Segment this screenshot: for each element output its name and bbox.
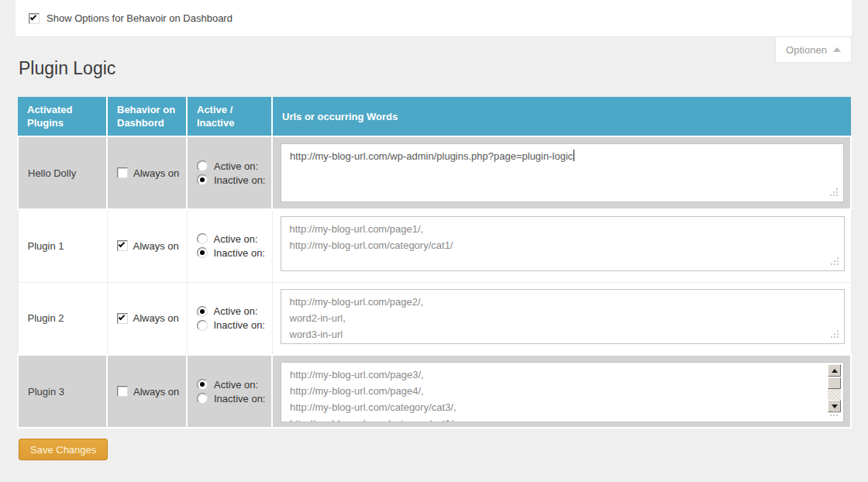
urls-textarea[interactable]: http://my-blog-url.com/page3/,http://my-… xyxy=(281,362,844,422)
resize-handle-icon[interactable] xyxy=(830,408,832,410)
resize-handle-icon[interactable] xyxy=(831,330,832,332)
inactive-on-radio[interactable] xyxy=(197,320,208,331)
active-on-label: Active on: xyxy=(214,379,258,391)
page-title: Plugin Logic xyxy=(19,57,115,80)
urls-text: http://my-blog-url.com/page1/,http://my-… xyxy=(290,221,825,253)
always-on-checkbox[interactable] xyxy=(117,240,128,251)
radio-dot xyxy=(200,382,205,387)
urls-text: http://my-blog-url.com/wp-admin/plugins.… xyxy=(290,148,825,164)
table-row: Plugin 1 Always on Active on: xyxy=(18,209,851,282)
active-on-label: Active on: xyxy=(214,305,258,317)
scrollbar[interactable] xyxy=(828,364,841,412)
options-tab[interactable]: Optionen xyxy=(775,37,852,63)
table-row: Plugin 3 Always on Active on: xyxy=(18,355,851,428)
scrollbar-up-button[interactable] xyxy=(828,364,841,377)
text-caret xyxy=(574,150,574,161)
active-on-radio[interactable] xyxy=(197,379,208,390)
always-on-checkbox[interactable] xyxy=(117,386,128,397)
plugin-name: Plugin 1 xyxy=(28,240,64,252)
scrollbar-track[interactable] xyxy=(828,389,841,400)
plugin-name: Plugin 3 xyxy=(28,386,64,398)
always-on-checkbox[interactable] xyxy=(117,167,128,178)
active-on-label: Active on: xyxy=(214,233,258,245)
active-on-radio[interactable] xyxy=(197,306,208,317)
column-header-active-inactive: Active / Inactive xyxy=(187,97,272,136)
chevron-up-icon xyxy=(833,47,841,52)
urls-textarea[interactable]: http://my-blog-url.com/page1/,http://my-… xyxy=(281,216,845,271)
resize-handle-icon[interactable] xyxy=(830,188,832,190)
column-header-activated-plugins: Activated Plugins xyxy=(18,97,107,136)
urls-text: http://my-blog-url.com/page2/,word2-in-u… xyxy=(290,294,825,343)
always-on-label: Always on xyxy=(133,386,179,398)
inactive-on-label: Inactive on: xyxy=(214,319,266,331)
checkmark-icon xyxy=(30,13,36,19)
table-row: Hello Dolly Always on Active on: xyxy=(18,136,851,209)
inactive-on-radio[interactable] xyxy=(197,174,208,185)
always-on-checkbox[interactable] xyxy=(117,313,128,324)
triangle-up-icon xyxy=(832,369,838,373)
triangle-down-icon xyxy=(832,405,838,408)
active-on-radio[interactable] xyxy=(197,233,208,244)
always-on-label: Always on xyxy=(133,167,179,179)
options-tab-label: Optionen xyxy=(786,44,827,56)
table-header-row: Activated Plugins Behavior on Dashbord A… xyxy=(18,97,851,136)
inactive-on-label: Inactive on: xyxy=(214,174,266,186)
always-on-label: Always on xyxy=(133,240,179,252)
checkmark-icon xyxy=(118,241,124,247)
table-row: Plugin 2 Always on Active on: xyxy=(18,282,851,355)
plugin-name: Plugin 2 xyxy=(28,312,64,324)
urls-textarea[interactable]: http://my-blog-url.com/page2/,word2-in-u… xyxy=(281,289,845,344)
scrollbar-down-button[interactable] xyxy=(828,400,841,412)
plugin-logic-table: Activated Plugins Behavior on Dashbord A… xyxy=(17,97,852,429)
inactive-on-radio[interactable] xyxy=(197,393,208,404)
urls-text: http://my-blog-url.com/page3/,http://my-… xyxy=(290,367,825,422)
inactive-on-radio[interactable] xyxy=(197,247,208,258)
scrollbar-thumb[interactable] xyxy=(828,377,841,389)
active-on-label: Active on: xyxy=(214,160,258,172)
column-header-behavior-on-dashboard: Behavior on Dashbord xyxy=(107,97,187,136)
radio-dot xyxy=(200,177,205,182)
column-header-urls: Urls or occurring Words xyxy=(272,97,851,136)
save-changes-button[interactable]: Save Changes xyxy=(19,439,108,460)
inactive-on-label: Inactive on: xyxy=(214,393,266,405)
inactive-on-label: Inactive on: xyxy=(214,247,266,259)
show-options-bar: Show Options for Behavoir on Dashboard xyxy=(16,0,852,37)
urls-textarea[interactable]: http://my-blog-url.com/wp-admin/plugins.… xyxy=(281,143,844,202)
checkmark-icon xyxy=(118,314,124,320)
always-on-label: Always on xyxy=(133,312,179,324)
active-on-radio[interactable] xyxy=(197,160,208,171)
resize-handle-icon[interactable] xyxy=(831,257,832,259)
radio-dot xyxy=(200,309,205,314)
show-options-label: Show Options for Behavoir on Dashboard xyxy=(46,12,232,24)
show-options-checkbox[interactable] xyxy=(29,13,40,24)
radio-dot xyxy=(200,250,205,255)
plugin-name: Hello Dolly xyxy=(28,167,76,179)
